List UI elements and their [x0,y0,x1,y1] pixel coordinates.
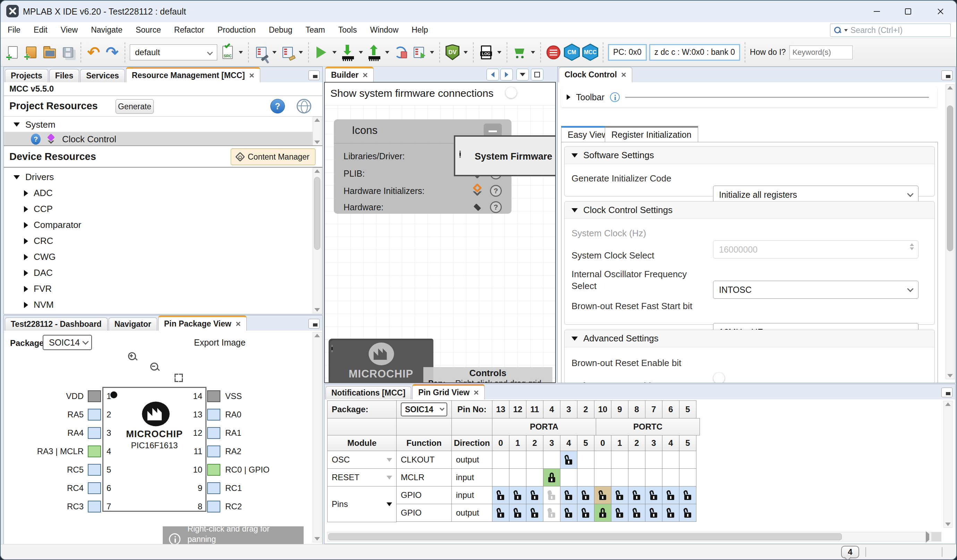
pin-cell[interactable] [509,486,526,504]
scroll-tabs-left-button[interactable] [486,69,499,80]
tree-item-comparator[interactable]: Comparator [24,219,81,230]
close-icon[interactable] [235,321,241,327]
configuration-select[interactable]: default [130,44,217,60]
tree-group-drivers[interactable]: Drivers [14,172,54,183]
pin-cell[interactable] [611,469,629,486]
new-file-button[interactable] [5,43,21,62]
tab-resource-management[interactable]: Resource Management [MCC] [126,67,260,82]
dropdown-caret-icon[interactable] [497,51,501,54]
mplab-discover-button[interactable] [545,43,561,62]
tab-register-initialization[interactable]: Register Initialization [605,126,698,142]
expand-node-icon[interactable] [460,151,461,158]
pin-cell[interactable] [526,451,543,469]
menu-debug[interactable]: Debug [269,25,292,35]
tree-item-dac[interactable]: DAC [24,268,53,278]
pin-cell[interactable] [611,451,629,469]
close-icon[interactable] [363,73,368,78]
read-device-memory-button[interactable] [366,43,382,62]
pin-cell[interactable] [611,486,629,504]
dropdown-caret-icon[interactable] [359,51,363,54]
pin-cell[interactable] [662,486,679,504]
scroll-tabs-right-button[interactable] [501,69,513,80]
project-resources-scrollbar[interactable] [313,117,322,146]
dropdown-caret-icon[interactable] [531,51,535,54]
pin-cell[interactable] [628,486,645,504]
pin-cell[interactable] [560,486,577,504]
pin-box[interactable] [88,409,101,421]
pin-cell[interactable] [526,486,543,504]
dropdown-caret-icon[interactable] [332,51,336,54]
pin-cell[interactable] [628,504,645,522]
dropdown-caret-icon[interactable] [464,51,468,54]
pin-cell[interactable] [492,486,509,504]
minimize-panel-button[interactable] [308,71,320,80]
tab-pin-package-view[interactable]: Pin Package View [158,315,247,331]
clock-control-settings-header[interactable]: Clock Control Settings [565,202,935,219]
module-cell[interactable]: OSC [327,451,396,469]
scroll-right-icon[interactable] [926,531,929,543]
tab-dashboard[interactable]: Test228112 - Dashboard [5,317,107,331]
pin-box[interactable] [88,445,101,457]
redo-button[interactable]: ↷ [104,43,120,62]
dropdown-caret-icon[interactable] [272,51,276,54]
collapse-arrow-icon[interactable] [14,123,20,127]
info-icon[interactable] [610,92,620,102]
pin-box[interactable] [88,482,101,494]
pin-cell[interactable] [662,469,679,486]
pin-box[interactable] [207,427,220,439]
minimize-panel-button[interactable] [308,319,320,328]
save-all-button[interactable] [60,43,76,62]
pin-cell[interactable] [543,504,561,522]
zoom-out-icon[interactable] [150,363,161,373]
make-and-program-button[interactable] [340,43,356,62]
export-image-button[interactable]: Export Image [194,338,246,348]
pin-cell[interactable] [645,469,662,486]
menu-tools[interactable]: Tools [338,25,357,35]
pin-box[interactable] [88,464,101,476]
menu-file[interactable]: File [8,25,21,35]
close-window-button[interactable] [932,3,949,19]
pin-cell[interactable] [645,486,662,504]
pin-cell[interactable] [492,469,509,486]
pin-cell[interactable] [645,451,662,469]
pin-box[interactable] [207,409,220,421]
tree-item-nvm[interactable]: NVM [24,300,54,310]
menu-edit[interactable]: Edit [34,25,47,35]
close-icon[interactable] [249,73,254,78]
minimize-window-button[interactable] [869,3,885,19]
pin-cell[interactable] [492,451,509,469]
pin-cell[interactable] [679,486,696,504]
pin-cell[interactable] [560,504,577,522]
pin-package-scrollbar[interactable] [313,332,322,542]
pin-cell[interactable] [594,504,611,522]
pin-grid-vertical-scrollbar[interactable] [943,401,952,528]
browser-view-button[interactable] [297,99,311,114]
new-project-button[interactable] [23,43,39,62]
menu-view[interactable]: View [61,25,78,35]
pin-box[interactable] [88,427,101,439]
pin-cell[interactable] [645,504,662,522]
tree-item-fvr[interactable]: FVR [24,284,52,294]
help-circle-icon[interactable]: ? [490,185,502,197]
minimize-panel-button[interactable] [941,388,952,397]
mcc-hex-button[interactable]: MCC [582,43,598,62]
tab-notifications-mcc[interactable]: Notifications [MCC] [325,386,411,399]
tab-files[interactable]: Files [49,69,79,82]
pin-cell[interactable] [492,504,509,522]
pin-cell[interactable] [594,451,611,469]
pin-cell[interactable] [662,504,679,522]
tree-group-system[interactable]: System [14,118,55,131]
tab-pin-grid-view[interactable]: Pin Grid View [412,384,485,399]
device-node[interactable]: MICROCHIP PIC16F1613 [328,339,433,383]
pin-cell[interactable] [611,504,629,522]
tree-item-cwg[interactable]: CWG [24,252,56,262]
pin-cell[interactable] [679,504,696,522]
menu-team[interactable]: Team [305,25,325,35]
content-manager-button[interactable]: Content Manager [231,148,316,165]
pin-cell[interactable] [560,451,577,469]
pin-box[interactable] [207,464,220,476]
clock-control-scrollbar[interactable] [946,84,955,379]
pin-cell[interactable] [628,469,645,486]
expand-arrow-icon[interactable] [567,95,570,100]
menu-navigate[interactable]: Navigate [91,25,123,35]
